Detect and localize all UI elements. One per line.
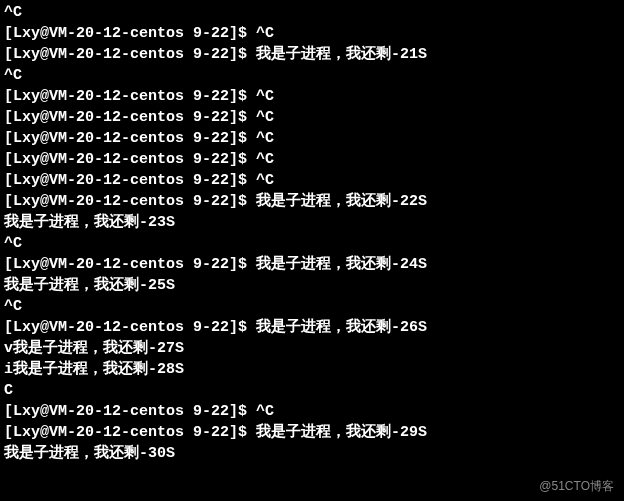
terminal-line: ^C — [4, 296, 620, 317]
watermark: @51CTO博客 — [539, 478, 614, 495]
terminal-line: 我是子进程，我还剩-30S — [4, 443, 620, 464]
terminal-line: [Lxy@VM-20-12-centos 9-22]$ 我是子进程，我还剩-21… — [4, 44, 620, 65]
terminal-line: [Lxy@VM-20-12-centos 9-22]$ ^C — [4, 86, 620, 107]
terminal-line: [Lxy@VM-20-12-centos 9-22]$ ^C — [4, 107, 620, 128]
terminal-line: [Lxy@VM-20-12-centos 9-22]$ ^C — [4, 149, 620, 170]
terminal-line: [Lxy@VM-20-12-centos 9-22]$ ^C — [4, 23, 620, 44]
terminal-line: [Lxy@VM-20-12-centos 9-22]$ 我是子进程，我还剩-24… — [4, 254, 620, 275]
terminal-line: 我是子进程，我还剩-23S — [4, 212, 620, 233]
terminal-output: ^C[Lxy@VM-20-12-centos 9-22]$ ^C[Lxy@VM-… — [4, 2, 620, 464]
terminal-line: ^C — [4, 233, 620, 254]
terminal-line: i我是子进程，我还剩-28S — [4, 359, 620, 380]
terminal-line: C — [4, 380, 620, 401]
terminal-line: [Lxy@VM-20-12-centos 9-22]$ 我是子进程，我还剩-29… — [4, 422, 620, 443]
terminal-line: 我是子进程，我还剩-25S — [4, 275, 620, 296]
terminal-line: ^C — [4, 2, 620, 23]
terminal-line: [Lxy@VM-20-12-centos 9-22]$ 我是子进程，我还剩-22… — [4, 191, 620, 212]
terminal-line: [Lxy@VM-20-12-centos 9-22]$ ^C — [4, 128, 620, 149]
terminal-line: ^C — [4, 65, 620, 86]
terminal-line: [Lxy@VM-20-12-centos 9-22]$ ^C — [4, 170, 620, 191]
terminal-line: [Lxy@VM-20-12-centos 9-22]$ 我是子进程，我还剩-26… — [4, 317, 620, 338]
terminal-line: v我是子进程，我还剩-27S — [4, 338, 620, 359]
terminal-line: [Lxy@VM-20-12-centos 9-22]$ ^C — [4, 401, 620, 422]
